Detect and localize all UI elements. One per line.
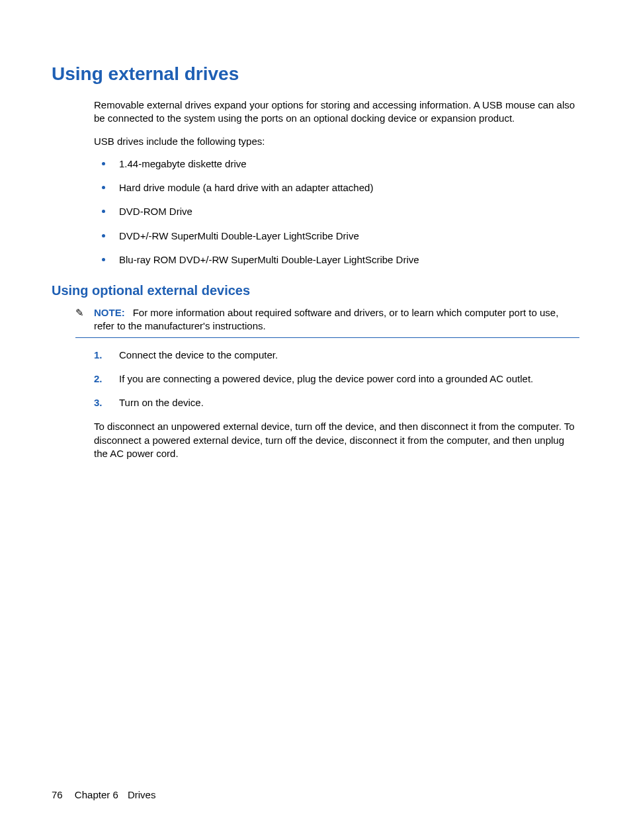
list-item-text: Hard drive module (a hard drive with an …	[119, 182, 373, 193]
page-footer: 76 Chapter 6 Drives	[52, 788, 155, 802]
note-block: ✎ NOTE:For more information about requir…	[75, 306, 579, 338]
intro-paragraph: Removable external drives expand your op…	[94, 99, 579, 126]
step-item: Connect the device to the computer.	[94, 349, 579, 362]
bullet-icon	[102, 162, 105, 165]
disconnect-paragraph: To disconnect an unpowered external devi…	[94, 420, 579, 460]
step-text: Connect the device to the computer.	[119, 349, 278, 360]
chapter-label: Chapter 6	[75, 789, 118, 800]
heading-using-optional-external-devices: Using optional external devices	[52, 281, 579, 300]
list-item-text: DVD-ROM Drive	[119, 206, 192, 217]
list-item-text: Blu-ray ROM DVD+/-RW SuperMulti Double-L…	[119, 254, 419, 265]
step-text: If you are connecting a powered device, …	[119, 373, 533, 384]
step-item: If you are connecting a powered device, …	[94, 372, 579, 386]
list-item: DVD+/-RW SuperMulti Double-Layer LightSc…	[94, 230, 579, 243]
bullet-icon	[102, 258, 105, 261]
list-item: Blu-ray ROM DVD+/-RW SuperMulti Double-L…	[94, 253, 579, 267]
list-item-text: DVD+/-RW SuperMulti Double-Layer LightSc…	[119, 230, 359, 241]
step-text: Turn on the device.	[119, 397, 204, 408]
list-item: Hard drive module (a hard drive with an …	[94, 181, 579, 194]
page-number: 76	[52, 789, 63, 800]
list-item: 1.44-megabyte diskette drive	[94, 157, 579, 171]
step-item: Turn on the device.	[94, 396, 579, 409]
list-item-text: 1.44-megabyte diskette drive	[119, 158, 247, 169]
note-body: For more information about required soft…	[94, 307, 558, 331]
types-paragraph: USB drives include the following types:	[94, 135, 579, 148]
bullet-icon	[102, 234, 105, 237]
note-text: NOTE:For more information about required…	[94, 306, 579, 333]
steps-list: Connect the device to the computer. If y…	[94, 349, 579, 410]
drive-types-list: 1.44-megabyte diskette drive Hard drive …	[94, 157, 579, 267]
chapter-title: Drives	[128, 789, 156, 800]
note-label: NOTE:	[94, 307, 125, 318]
heading-using-external-drives: Using external drives	[52, 61, 579, 87]
list-item: DVD-ROM Drive	[94, 205, 579, 218]
note-icon: ✎	[75, 306, 94, 319]
bullet-icon	[102, 210, 105, 213]
bullet-icon	[102, 186, 105, 189]
